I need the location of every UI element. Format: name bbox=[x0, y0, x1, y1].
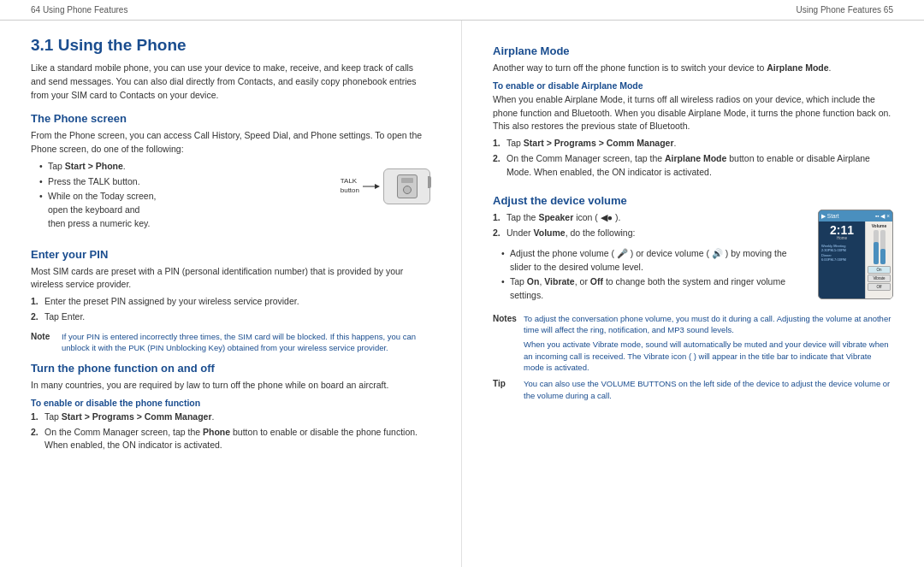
note-content: If your PIN is entered incorrectly three… bbox=[62, 331, 430, 354]
phone-screen-section: Tap Start > Phone. Press the TALK button… bbox=[31, 160, 430, 239]
content-area: 3.1 Using the Phone Like a standard mobi… bbox=[0, 21, 924, 567]
turn-phone-step-2: On the Comm Manager screen, tap the Phon… bbox=[31, 426, 430, 453]
adjust-volume-tip: Tip You can also use the VOLUME BUTTONS … bbox=[493, 378, 893, 401]
turn-phone-steps: Tap Start > Programs > Comm Manager. On … bbox=[31, 410, 430, 452]
volume-step-2: Under Volume, do the following: bbox=[493, 227, 809, 240]
device-vol-slider bbox=[880, 230, 886, 264]
adjust-volume-text-area: Adjust the device volume Tap the Speaker… bbox=[493, 186, 809, 310]
right-column: Airplane Mode Another way to turn off th… bbox=[462, 21, 924, 567]
phone-screen-mini bbox=[401, 178, 413, 183]
turn-phone-title: Turn the phone function on and off bbox=[31, 362, 430, 375]
talk-button-container: TALKbutton bbox=[341, 168, 430, 204]
talk-button-illustration: TALKbutton bbox=[341, 168, 430, 204]
phone-screen-bullets: Tap Start > Phone. Press the TALK button… bbox=[31, 160, 332, 233]
vol-fill bbox=[874, 242, 879, 264]
airplane-mode-steps: Tap Start > Programs > Comm Manager. On … bbox=[493, 137, 893, 179]
enable-disable-airplane-subtitle: To enable or disable Airplane Mode bbox=[493, 80, 893, 91]
device-main-area: 2:11 Home Weekly Meeting2:30PM-5:00PMDin… bbox=[819, 221, 892, 298]
enter-pin-title: Enter your PIN bbox=[31, 248, 430, 261]
arrow-graphic bbox=[363, 181, 380, 192]
device-date: Home bbox=[820, 236, 863, 240]
pin-note: Note If your PIN is entered incorrectly … bbox=[31, 331, 430, 354]
adjust-volume-section: Adjust the device volume Tap the Speaker… bbox=[493, 186, 893, 310]
airplane-step-1: Tap Start > Programs > Comm Manager. bbox=[493, 137, 893, 151]
airplane-mode-title: Airplane Mode bbox=[493, 44, 893, 57]
tip-content: You can also use the VOLUME BUTTONS on t… bbox=[524, 378, 893, 401]
enter-pin-steps: Enter the preset PIN assigned by your wi… bbox=[31, 295, 430, 324]
note-2: When you activate Vibrate mode, sound wi… bbox=[524, 339, 893, 373]
left-column: 3.1 Using the Phone Like a standard mobi… bbox=[0, 21, 462, 567]
volume-panel: Volume bbox=[865, 221, 892, 298]
vol-sliders-row bbox=[868, 230, 891, 264]
notes-label: Notes bbox=[493, 313, 520, 373]
vol-title: Volume bbox=[868, 223, 891, 228]
device-top-bar: ▶ Start ▪▪ ◀ × bbox=[819, 210, 892, 221]
phone-button-circle bbox=[403, 186, 412, 194]
intro-text: Like a standard mobile phone, you can us… bbox=[31, 62, 430, 102]
turn-phone-text: In many countries, you are required by l… bbox=[31, 379, 430, 393]
note-1: To adjust the conversation phone volume,… bbox=[524, 313, 893, 336]
device-meeting: Weekly Meeting2:30PM-5:00PMDinner6:00PM-… bbox=[820, 243, 863, 263]
adjust-volume-notes: Notes To adjust the conversation phone v… bbox=[493, 313, 893, 373]
vol-off-btn[interactable]: Off bbox=[868, 283, 891, 291]
talk-label: TALKbutton bbox=[341, 177, 359, 195]
bullet-2: Press the TALK button. bbox=[39, 175, 332, 189]
volume-step-1: Tap the Speaker icon ( ◀● ). bbox=[493, 211, 809, 225]
phone-screen-title: The Phone screen bbox=[31, 112, 430, 125]
device-time: 2:11 bbox=[820, 224, 863, 236]
turn-phone-step-1: Tap Start > Programs > Comm Manager. bbox=[31, 410, 430, 424]
vol-vibrate-btn[interactable]: Vibrate bbox=[868, 275, 891, 282]
left-page-number: 64 Using Phone Features bbox=[31, 5, 127, 15]
note-label: Note bbox=[31, 331, 58, 354]
airplane-mode-text: When you enable Airplane Mode, it turns … bbox=[493, 93, 893, 133]
airplane-step-2: On the Comm Manager screen, tap the Airp… bbox=[493, 152, 893, 180]
volume-main-steps: Tap the Speaker icon ( ◀● ). Under Volum… bbox=[493, 211, 809, 240]
volume-bullet-2: Tap On, Vibrate, or Off to change both t… bbox=[501, 275, 809, 303]
page-header: 64 Using Phone Features Using Phone Feat… bbox=[0, 0, 924, 21]
enable-disable-phone-subtitle: To enable or disable the phone function bbox=[31, 398, 430, 408]
chapter-title: 3.1 Using the Phone bbox=[31, 36, 430, 55]
airplane-mode-intro: Another way to turn off the phone functi… bbox=[493, 62, 893, 75]
vol-on-btn[interactable]: On bbox=[868, 266, 891, 274]
bullet-1: Tap Start > Phone. bbox=[39, 160, 332, 174]
phone-body bbox=[397, 174, 418, 198]
pin-step-2: Tap Enter. bbox=[31, 310, 430, 324]
pin-step-1: Enter the preset PIN assigned by your wi… bbox=[31, 295, 430, 309]
talk-button-side bbox=[428, 176, 431, 188]
right-page-number: Using Phone Features 65 bbox=[797, 5, 893, 15]
bullet-3: While on the Today screen,open the keybo… bbox=[39, 190, 332, 230]
talk-label-area: TALKbutton bbox=[341, 177, 359, 195]
volume-bullets: Adjust the phone volume ( 🎤 ) or device … bbox=[493, 247, 809, 303]
vol-fill-2 bbox=[880, 249, 886, 264]
phone-screen-text: From the Phone screen, you can access Ca… bbox=[31, 129, 430, 157]
device-screenshot: ▶ Start ▪▪ ◀ × 2:11 Home Weekly Meeting2… bbox=[818, 210, 893, 299]
notes-content-area: To adjust the conversation phone volume,… bbox=[524, 313, 893, 373]
phone-device-graphic bbox=[383, 168, 430, 204]
tip-label: Tip bbox=[493, 378, 520, 401]
device-home: 2:11 Home Weekly Meeting2:30PM-5:00PMDin… bbox=[819, 221, 865, 298]
enter-pin-text: Most SIM cards are preset with a PIN (pe… bbox=[31, 265, 430, 292]
svg-marker-1 bbox=[375, 184, 380, 189]
adjust-volume-title: Adjust the device volume bbox=[493, 194, 809, 207]
volume-bullet-1: Adjust the phone volume ( 🎤 ) or device … bbox=[501, 247, 809, 275]
phone-vol-slider bbox=[874, 230, 879, 264]
vol-option-buttons: On Vibrate Off bbox=[868, 266, 891, 291]
